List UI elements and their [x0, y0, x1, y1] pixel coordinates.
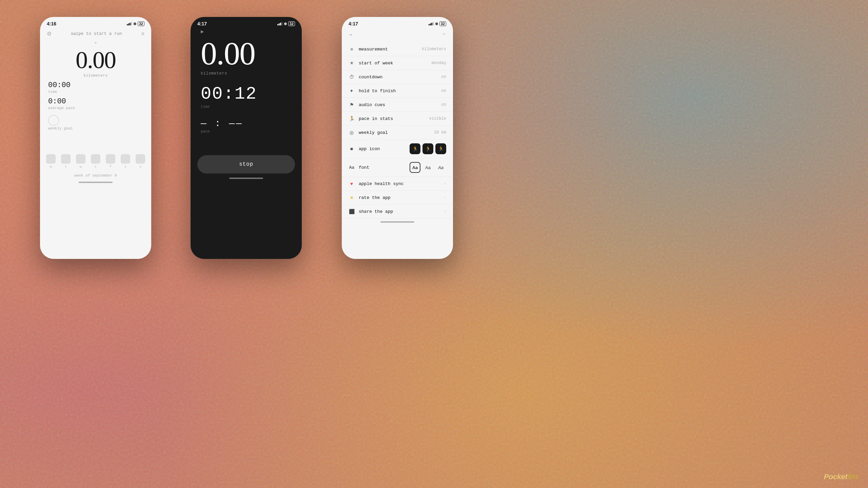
time-label: time: [48, 90, 143, 94]
icon-selector: 🏃 🏃 🏃: [410, 143, 446, 154]
pace-icon: 🏃: [349, 116, 355, 122]
settings-icon-left: ■ app icon: [349, 146, 380, 152]
rate-label: rate the app: [359, 195, 391, 200]
dot-f: [106, 154, 115, 164]
p2-distance-unit: kilometers: [201, 71, 292, 76]
font-label: font: [359, 165, 369, 170]
font-selector: Aa Aa Aa: [410, 162, 446, 173]
settings-hold-left: ✦ hold to finish: [349, 88, 396, 94]
settings-rate-app[interactable]: ★ rate the app ›: [342, 191, 453, 205]
p1-header: ⚙ swipe to start a run ≡: [40, 29, 151, 40]
status-icons-2: ⊕ 32: [277, 21, 295, 26]
wifi-icon-1: ⊕: [133, 22, 136, 26]
battery-icon-1: 32: [138, 21, 144, 26]
weekly-goal-value: 10 km: [434, 130, 446, 135]
hold-icon: ✦: [349, 88, 355, 94]
day-label-s1: s: [124, 165, 126, 169]
status-time-1: 4:16: [47, 21, 56, 26]
watermark-text: Pocket: [824, 472, 847, 481]
settings-pace-in-stats[interactable]: 🏃 pace in stats visible: [342, 112, 453, 126]
settings-countdown[interactable]: ⏱ countdown on: [342, 70, 453, 84]
audio-value: on: [441, 102, 446, 107]
settings-rate-left: ★ rate the app: [349, 195, 391, 201]
countdown-value: on: [441, 75, 446, 79]
forward-arrow[interactable]: →: [441, 31, 446, 37]
stop-button[interactable]: stop: [197, 155, 295, 174]
font-opt-1[interactable]: Aa: [410, 162, 420, 173]
battery-icon-2: 32: [288, 21, 295, 26]
watermark-accent: lint: [847, 472, 858, 481]
dot-s1: [121, 154, 130, 164]
settings-health-left: ♥ apple health sync: [349, 181, 404, 187]
app-icon-opt-1[interactable]: 🏃: [410, 143, 420, 154]
settings-audio-left: ⚑ audio cues: [349, 102, 385, 108]
chevron-down: ⌄: [40, 39, 151, 44]
phone-screen-2: 4:17 ⊕ 32 ▶ 0.00 kilometers 00:12 time —…: [191, 17, 302, 259]
settings-apple-health[interactable]: ♥ apple health sync ›: [342, 177, 453, 191]
audio-label: audio cues: [359, 102, 385, 107]
hold-value: on: [441, 88, 446, 93]
settings-hold-to-finish[interactable]: ✦ hold to finish on: [342, 84, 453, 98]
settings-font[interactable]: Aa font Aa Aa Aa: [342, 158, 453, 177]
dot-s2: [136, 154, 145, 164]
dot-w: [76, 154, 85, 164]
phone-screen-1: 4:16 ⊕ 32 ⚙ swipe to start a run ≡ ⌄ 0.0…: [40, 17, 151, 259]
home-indicator-2: [229, 178, 263, 179]
p2-distance: 0.00 kilometers: [191, 34, 302, 76]
settings-start-of-week[interactable]: ☀ start of week monday: [342, 56, 453, 70]
wifi-icon-3: ⊕: [435, 22, 438, 26]
settings-font-left: Aa font: [349, 164, 369, 170]
settings-app-icon[interactable]: ■ app icon 🏃 🏃 🏃: [342, 140, 453, 158]
status-bar-1: 4:16 ⊕ 32: [40, 17, 151, 29]
week-label: week of september 9: [40, 174, 151, 178]
countdown-label: countdown: [359, 75, 382, 80]
measurement-value: kilometers: [422, 47, 446, 52]
share-arrow: ›: [444, 209, 446, 214]
pace-label: average pace: [48, 106, 143, 110]
countdown-icon: ⏱: [349, 74, 355, 80]
settings-week-left: ☀ start of week: [349, 60, 393, 66]
audio-icon: ⚑: [349, 102, 355, 108]
status-bar-3: 4:17 ⊕ 32: [342, 17, 453, 29]
status-icons-3: ⊕ 32: [429, 21, 446, 26]
home-indicator-1: [79, 182, 113, 183]
p2-distance-value: 0.00: [201, 37, 292, 70]
pace-label: pace in stats: [359, 116, 393, 121]
settings-audio-cues[interactable]: ⚑ audio cues on: [342, 98, 453, 112]
app-icon-opt-2[interactable]: 🏃: [422, 143, 433, 154]
p2-pace: — : —— pace: [191, 110, 302, 135]
hold-label: hold to finish: [359, 88, 396, 94]
settings-weekly-goal[interactable]: ◎ weekly goal 10 km: [342, 126, 453, 140]
stat-time: 00:00 time: [40, 78, 151, 95]
battery-icon-3: 32: [439, 21, 446, 26]
back-chevron[interactable]: ⌄: [349, 30, 353, 37]
day-label-s2: s: [139, 165, 141, 169]
home-indicator-3: [380, 221, 414, 223]
dot-t2: [91, 154, 100, 164]
distance-unit: kilometers: [40, 74, 151, 78]
p1-distance: 0.00 kilometers: [40, 44, 151, 78]
gear-icon[interactable]: ⚙: [47, 30, 52, 37]
signal-icon-3: [429, 22, 434, 25]
settings-goal-left: ◎ weekly goal: [349, 129, 388, 136]
measurement-icon: ≡: [349, 46, 355, 52]
list-icon[interactable]: ≡: [141, 31, 144, 37]
goal-circle: [48, 115, 59, 126]
stat-pace: 0:00 average pace: [40, 95, 151, 111]
settings-measurement[interactable]: ≡ measurement kilometers: [342, 42, 453, 56]
settings-measurement-left: ≡ measurement: [349, 46, 388, 52]
health-arrow: ›: [444, 181, 446, 186]
font-opt-3[interactable]: Aa: [435, 162, 446, 173]
p2-time-value: 00:12: [201, 84, 292, 104]
swipe-title: swipe to start a run: [71, 32, 122, 36]
week-dots: m t w t f s s: [40, 130, 151, 171]
settings-share-app[interactable]: ⬛ share the app ›: [342, 205, 453, 219]
font-opt-2[interactable]: Aa: [422, 162, 433, 173]
day-label-t1: t: [65, 165, 67, 169]
location-indicator: ▶: [191, 29, 302, 34]
status-time-3: 4:17: [349, 21, 358, 26]
rate-arrow: ›: [444, 195, 446, 200]
week-icon: ☀: [349, 60, 355, 66]
app-icon-opt-3[interactable]: 🏃: [435, 143, 446, 154]
week-label: start of week: [359, 61, 393, 66]
